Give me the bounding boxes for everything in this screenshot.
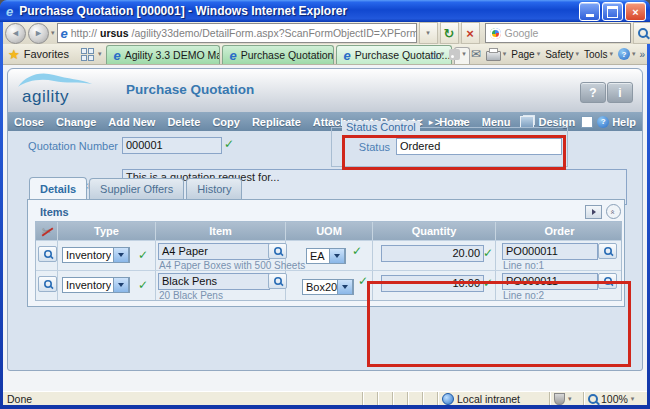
quick-tabs-icon[interactable] [81,48,94,61]
item-field[interactable]: Black Pens [158,273,270,290]
valid-check-icon: ✓ [483,247,493,259]
export-icon[interactable] [585,205,602,219]
zone-label: Local intranet [457,393,520,405]
close-button[interactable]: × [625,2,646,21]
favorites-button[interactable]: ★ Favorites ▾ [3,44,106,64]
type-select[interactable]: Inventory [62,277,130,293]
help-button[interactable]: Help [609,113,639,131]
history-dropdown-icon[interactable]: ▾ [51,29,55,37]
safety-menu[interactable]: Safety▾ [544,49,580,60]
uom-value: EA [310,250,325,262]
url-scheme: http:// [71,27,97,39]
zoom-control[interactable]: 100% ▾ [583,392,647,405]
row-lookup-button[interactable] [38,246,57,262]
print-button[interactable]: ▾ [485,48,508,61]
refresh-button[interactable]: ↻ [440,22,459,44]
valid-check-icon: ✓ [224,138,234,150]
browser-tab-2[interactable]: e Purchase Quotations [222,45,334,64]
copy-button[interactable]: Copy [206,113,246,131]
quantity-field[interactable]: 20.00 [381,245,484,262]
page-title: Purchase Quotation [126,82,254,97]
protection-button[interactable]: ▾ [549,392,583,405]
status-field[interactable]: Ordered [396,138,562,155]
ie-icon: e [229,49,236,62]
chevron-down-icon[interactable]: ▾ [98,50,102,58]
magnifier-icon [274,247,282,255]
page-menu[interactable]: Page▾ [510,49,541,60]
url-host: ursus [100,27,129,39]
tab-supplier-offers[interactable]: Supplier Offers [89,178,184,199]
delete-row-icon[interactable]: ✂ [42,226,51,237]
minimize-button[interactable] [579,2,600,21]
stop-button[interactable]: × [461,22,480,44]
table-row: Inventory ✓ A4 Paper A4 Paper Boxes with… [36,240,621,270]
item-lookup-button[interactable] [268,273,287,289]
order-field[interactable]: PO000011 [502,273,598,290]
app-info-button[interactable]: i [607,82,633,103]
order-lookup-button[interactable] [598,273,617,289]
tools-menu[interactable]: Tools▾ [583,49,614,60]
magnifier-icon [604,247,612,255]
tab-label: Agility 3.3 DEMO Mast... [125,49,221,61]
items-table-header: ✂ Type Item UOM Quantity Order [36,222,621,240]
collapse-glyph: » [609,209,617,213]
app-help-button[interactable]: ? [580,82,606,103]
item-field[interactable]: A4 Paper [158,243,270,260]
status-control-legend: Status Control [342,121,420,133]
home-button[interactable]: ⌂▾ [430,48,445,61]
minimize-icon [586,14,594,17]
row-lookup-button[interactable] [38,276,57,292]
collapse-section-icon[interactable]: » [606,204,621,219]
change-button[interactable]: Change [50,113,102,131]
uom-select[interactable]: Box20 [302,279,354,295]
search-input[interactable]: Google [485,23,631,43]
type-value: Inventory [66,279,111,291]
chevron-down-icon: ▾ [631,395,635,403]
delete-button[interactable]: Delete [161,113,206,131]
uom-select[interactable]: EA [306,248,346,264]
replicate-button[interactable]: Replicate [246,113,307,131]
items-section-title: Items [40,206,69,218]
item-lookup-button[interactable] [268,243,287,259]
security-zone: Local intranet [437,392,549,405]
address-input[interactable]: e http://ursus/agility33demo/DetailForm.… [57,23,417,43]
back-button[interactable]: ◄ [5,23,26,44]
valid-check-icon: ✓ [358,275,368,287]
type-value: Inventory [66,249,111,261]
status-text: Done [3,392,362,405]
quantity-field[interactable]: 10.00 [381,275,484,292]
quotation-number-field[interactable]: 000001 [122,137,222,154]
help-menu[interactable]: ?▾ [617,48,637,60]
chevron-down-icon: ▾ [632,50,636,58]
item-description: 20 Black Pens [159,290,223,301]
search-button[interactable]: ▾ [633,22,650,44]
printer-icon [486,51,501,61]
chevron-down-icon: ▾ [441,50,445,58]
forward-button[interactable]: ► [28,23,49,44]
chevron-down-icon: ▾ [537,50,541,58]
help-icon: ? [618,48,630,60]
type-select[interactable]: Inventory [62,247,130,263]
details-tab-panel: Items » ✂ Type Item UOM Quantity Order [27,199,625,307]
chevron-down-icon: ▾ [576,50,580,58]
favorites-tab-bar: ★ Favorites ▾ e Agility 3.3 DEMO Mast...… [3,44,647,65]
design-checkbox[interactable] [581,116,593,128]
browser-tab-1[interactable]: e Agility 3.3 DEMO Mast... [106,45,220,64]
address-dropdown-button[interactable]: ▾ [419,22,438,44]
order-lookup-button[interactable] [598,243,617,259]
read-mail-button[interactable]: ✉ [470,48,482,60]
column-uom: UOM [286,222,373,240]
tab-history[interactable]: History [186,178,242,199]
items-table: ✂ Type Item UOM Quantity Order Inventory… [35,221,622,301]
feeds-button[interactable]: ▾ [448,49,467,60]
close-menu-button[interactable]: Close [8,113,50,131]
add-new-button[interactable]: Add New [102,113,161,131]
page-label: Page [511,49,534,60]
order-field[interactable]: PO000011 [502,243,598,260]
maximize-button[interactable] [602,2,623,21]
order-line-number: Line no:2 [503,290,544,301]
more-commands-icon[interactable]: » [639,49,645,60]
star-icon: ★ [8,47,20,62]
tab-details[interactable]: Details [29,177,87,199]
address-bar: ◄ ► ▾ e http://ursus/agility33demo/Detai… [3,22,647,44]
